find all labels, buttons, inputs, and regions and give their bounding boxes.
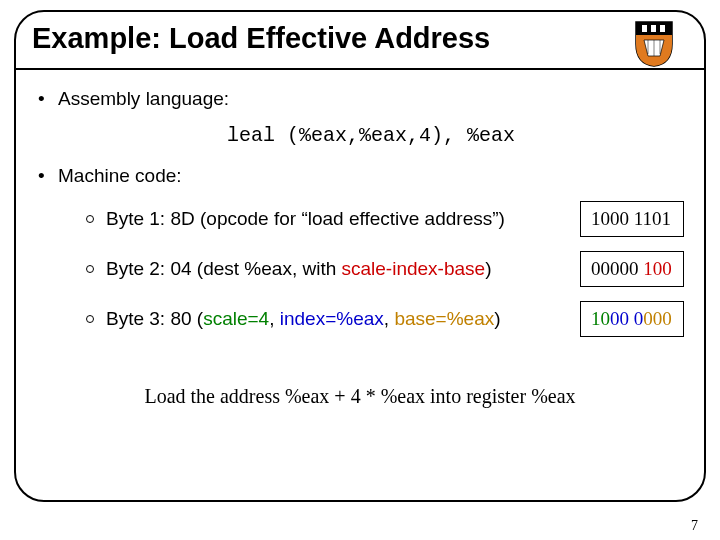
svg-rect-1 — [642, 25, 647, 32]
byte2-text: Byte 2: 04 (dest %eax, with scale-index-… — [106, 258, 568, 280]
slide-title: Example: Load Effective Address — [32, 22, 490, 55]
title-row: Example: Load Effective Address — [16, 12, 704, 70]
hollow-bullet-icon — [86, 265, 94, 273]
slide: Example: Load Effective Address — [0, 0, 720, 540]
byte-row-2: Byte 2: 04 (dest %eax, with scale-index-… — [58, 251, 684, 287]
page-number: 7 — [691, 518, 698, 534]
byte3-text: Byte 3: 80 (scale=4, index=%eax, base=%e… — [106, 308, 568, 330]
svg-rect-3 — [660, 25, 665, 32]
bullet-mc: Machine code: Byte 1: 8D (opcode for “lo… — [36, 165, 684, 337]
summary-line: Load the address %eax + 4 * %eax into re… — [36, 385, 684, 408]
asm-code: leal (%eax,%eax,4), %eax — [58, 124, 684, 147]
slide-frame: Example: Load Effective Address — [14, 10, 706, 502]
byte1-binary: 1000 1101 — [580, 201, 684, 237]
byte-row-1: Byte 1: 8D (opcode for “load effective a… — [58, 201, 684, 237]
princeton-crest-icon — [632, 18, 676, 72]
byte-list: Byte 1: 8D (opcode for “load effective a… — [58, 201, 684, 337]
svg-rect-2 — [651, 25, 656, 32]
slide-body: Assembly language: leal (%eax,%eax,4), %… — [16, 70, 704, 408]
byte2-binary: 00000 100 — [580, 251, 684, 287]
bullet-list: Assembly language: leal (%eax,%eax,4), %… — [36, 88, 684, 337]
mc-label: Machine code: — [58, 165, 182, 186]
bullet-asm: Assembly language: leal (%eax,%eax,4), %… — [36, 88, 684, 147]
hollow-bullet-icon — [86, 215, 94, 223]
hollow-bullet-icon — [86, 315, 94, 323]
byte-row-3: Byte 3: 80 (scale=4, index=%eax, base=%e… — [58, 301, 684, 337]
byte3-binary: 1000 0000 — [580, 301, 684, 337]
sib-highlight: scale-index-base — [342, 258, 486, 279]
byte1-text: Byte 1: 8D (opcode for “load effective a… — [106, 208, 568, 230]
asm-label: Assembly language: — [58, 88, 229, 109]
